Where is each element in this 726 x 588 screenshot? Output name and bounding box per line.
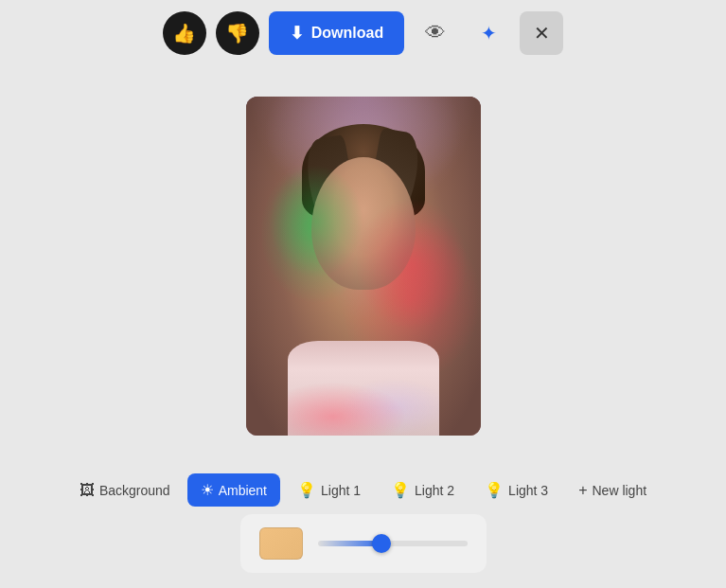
light3-icon: 💡 — [485, 481, 504, 499]
tab-ambient[interactable]: ☀ Ambient — [187, 473, 280, 507]
lightbulb-icon: ✦ — [481, 22, 497, 45]
tab-light3[interactable]: 💡 Light 3 — [471, 473, 561, 507]
tab-newlight-label: New light — [592, 483, 646, 498]
eye-button[interactable]: 👁 — [414, 11, 457, 55]
portrait-image — [246, 97, 481, 436]
light-toggle-button[interactable]: ✦ — [467, 11, 510, 55]
ambient-icon: ☀ — [201, 481, 214, 499]
body — [288, 341, 439, 436]
tab-light2[interactable]: 💡 Light 2 — [378, 473, 468, 507]
light1-icon: 💡 — [297, 481, 316, 499]
tabs-bar: 🖼 Background ☀ Ambient 💡 Light 1 💡 Light… — [0, 466, 726, 514]
tab-light2-label: Light 2 — [415, 483, 454, 498]
brightness-slider[interactable] — [318, 541, 468, 546]
close-button[interactable]: ✕ — [520, 11, 563, 55]
slider-thumb — [372, 534, 391, 553]
light-green-overlay — [269, 165, 363, 278]
download-icon: ⬇ — [290, 23, 304, 44]
light2-icon: 💡 — [391, 481, 410, 499]
eye-icon: 👁 — [425, 21, 446, 45]
toolbar: 👍 👎 ⬇ Download 👁 ✦ ✕ — [0, 0, 726, 66]
color-panel — [240, 514, 487, 573]
newlight-icon: + — [578, 482, 587, 499]
thumbdown-button[interactable]: 👎 — [216, 11, 259, 55]
tab-background[interactable]: 🖼 Background — [66, 474, 184, 507]
thumbup-icon: 👍 — [172, 22, 196, 45]
thumbup-button[interactable]: 👍 — [163, 11, 206, 55]
thumbdown-icon: 👎 — [225, 22, 249, 45]
tab-light1-label: Light 1 — [321, 483, 361, 498]
photo-frame — [246, 97, 481, 436]
download-button[interactable]: ⬇ Download — [269, 11, 404, 55]
photo-container — [246, 66, 481, 466]
tab-background-label: Background — [99, 483, 170, 498]
tab-light3-label: Light 3 — [508, 483, 548, 498]
color-swatch[interactable] — [259, 527, 303, 560]
tab-newlight[interactable]: + New light — [565, 474, 660, 507]
tab-ambient-label: Ambient — [219, 483, 267, 498]
background-icon: 🖼 — [80, 482, 95, 499]
download-label: Download — [311, 25, 383, 42]
close-icon: ✕ — [534, 22, 550, 45]
tab-light1[interactable]: 💡 Light 1 — [284, 473, 374, 507]
light-red-overlay — [355, 198, 469, 330]
